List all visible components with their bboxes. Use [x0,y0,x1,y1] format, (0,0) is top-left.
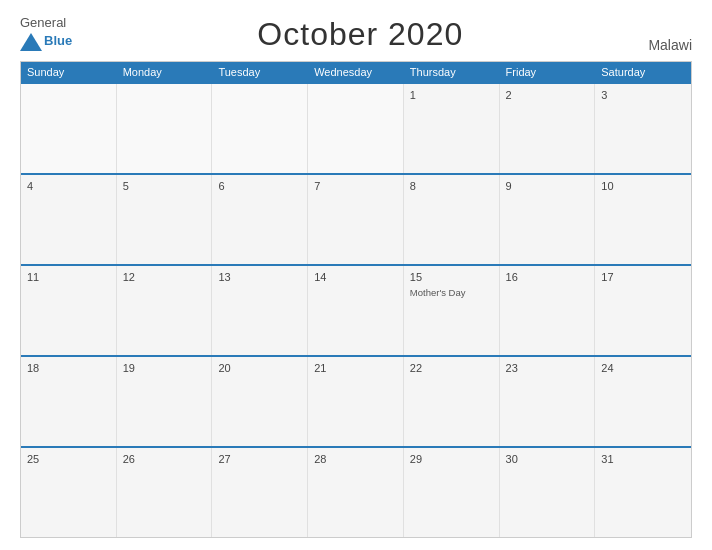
day-cell-w2-d2: 5 [117,175,213,264]
day-number: 21 [314,362,397,374]
day-number: 9 [506,180,589,192]
day-cell-w3-d4: 14 [308,266,404,355]
day-cell-w5-d7: 31 [595,448,691,537]
day-number: 26 [123,453,206,465]
day-cell-w4-d4: 21 [308,357,404,446]
day-cell-w4-d7: 24 [595,357,691,446]
day-number: 25 [27,453,110,465]
header-wednesday: Wednesday [308,62,404,82]
day-cell-w2-d3: 6 [212,175,308,264]
day-cell-w5-d2: 26 [117,448,213,537]
day-number: 6 [218,180,301,192]
day-number: 3 [601,89,685,101]
day-cell-w3-d7: 17 [595,266,691,355]
day-cell-w1-d6: 2 [500,84,596,173]
logo-general: General [20,16,72,30]
header-monday: Monday [117,62,213,82]
header-sunday: Sunday [21,62,117,82]
day-number: 5 [123,180,206,192]
day-cell-w3-d3: 13 [212,266,308,355]
header-thursday: Thursday [404,62,500,82]
day-cell-w2-d1: 4 [21,175,117,264]
day-cell-w1-d7: 3 [595,84,691,173]
day-number: 14 [314,271,397,283]
weeks-container: 123456789101112131415Mother's Day1617181… [21,82,691,537]
week-row-1: 123 [21,82,691,173]
day-cell-w1-d1 [21,84,117,173]
header: General Blue October 2020 Malawi [20,16,692,53]
day-cell-w2-d7: 10 [595,175,691,264]
svg-marker-0 [20,33,42,51]
page: General Blue October 2020 Malawi Sunday … [0,0,712,550]
day-number: 15 [410,271,493,283]
week-row-5: 25262728293031 [21,446,691,537]
event-label: Mother's Day [410,287,493,298]
day-cell-w2-d5: 8 [404,175,500,264]
day-cell-w3-d1: 11 [21,266,117,355]
day-number: 24 [601,362,685,374]
logo-blue: Blue [44,34,72,48]
day-cell-w3-d2: 12 [117,266,213,355]
day-number: 10 [601,180,685,192]
header-friday: Friday [500,62,596,82]
day-number: 16 [506,271,589,283]
country-label: Malawi [648,37,692,53]
day-number: 29 [410,453,493,465]
day-cell-w4-d5: 22 [404,357,500,446]
week-row-2: 45678910 [21,173,691,264]
day-cell-w2-d4: 7 [308,175,404,264]
day-number: 12 [123,271,206,283]
day-number: 19 [123,362,206,374]
day-number: 4 [27,180,110,192]
day-cell-w4-d1: 18 [21,357,117,446]
day-cell-w2-d6: 9 [500,175,596,264]
day-cell-w3-d5: 15Mother's Day [404,266,500,355]
week-row-3: 1112131415Mother's Day1617 [21,264,691,355]
week-row-4: 18192021222324 [21,355,691,446]
day-number: 2 [506,89,589,101]
day-number: 13 [218,271,301,283]
day-number: 18 [27,362,110,374]
day-number: 27 [218,453,301,465]
header-saturday: Saturday [595,62,691,82]
day-cell-w5-d5: 29 [404,448,500,537]
day-cell-w3-d6: 16 [500,266,596,355]
calendar-title: October 2020 [257,16,463,53]
day-cell-w1-d5: 1 [404,84,500,173]
day-number: 22 [410,362,493,374]
day-cell-w5-d3: 27 [212,448,308,537]
day-number: 8 [410,180,493,192]
day-cell-w1-d4 [308,84,404,173]
day-number: 11 [27,271,110,283]
calendar: Sunday Monday Tuesday Wednesday Thursday… [20,61,692,538]
day-cell-w1-d2 [117,84,213,173]
day-headers-row: Sunday Monday Tuesday Wednesday Thursday… [21,62,691,82]
day-cell-w4-d6: 23 [500,357,596,446]
day-cell-w4-d3: 20 [212,357,308,446]
day-number: 20 [218,362,301,374]
header-tuesday: Tuesday [212,62,308,82]
day-number: 1 [410,89,493,101]
day-number: 30 [506,453,589,465]
day-cell-w5-d4: 28 [308,448,404,537]
logo-triangle-icon [20,31,42,53]
logo: General Blue [20,16,72,52]
day-cell-w5-d6: 30 [500,448,596,537]
day-number: 7 [314,180,397,192]
day-number: 28 [314,453,397,465]
day-number: 17 [601,271,685,283]
day-number: 31 [601,453,685,465]
day-number: 23 [506,362,589,374]
day-cell-w4-d2: 19 [117,357,213,446]
day-cell-w5-d1: 25 [21,448,117,537]
day-cell-w1-d3 [212,84,308,173]
